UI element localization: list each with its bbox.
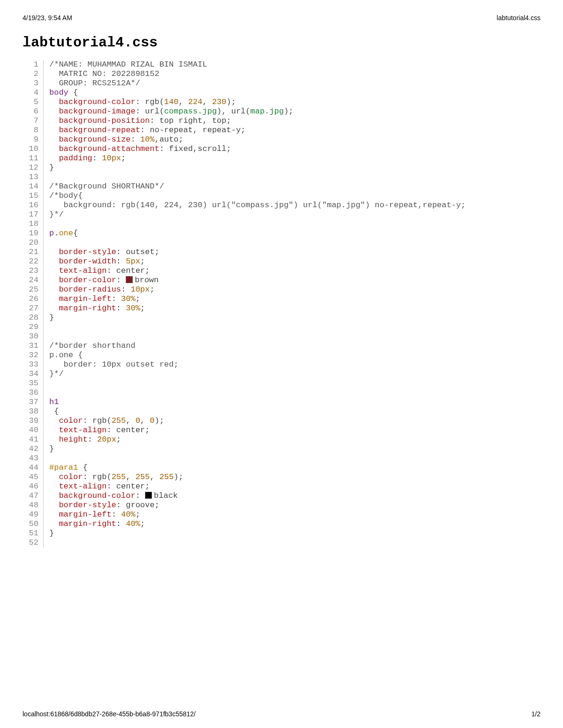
print-filename: labtutorial4.css xyxy=(497,14,540,22)
line-number: 4 xyxy=(24,88,38,98)
code-line: margin-right: 30%; xyxy=(49,304,466,313)
line-number-gutter: 1234567891011121314151617181920212223242… xyxy=(24,60,44,548)
code-line: background-size: 10%,auto; xyxy=(49,135,466,144)
code-line: background-repeat: no-repeat, repeat-y; xyxy=(49,126,466,135)
code-line: #para1 { xyxy=(49,463,466,473)
line-number: 41 xyxy=(24,435,38,444)
line-number: 14 xyxy=(24,182,38,191)
code-line: p.one { xyxy=(49,351,466,360)
code-line: { xyxy=(49,407,466,416)
line-number: 38 xyxy=(24,407,38,416)
code-line: /*NAME: MUHAMMAD RIZAL BIN ISMAIL xyxy=(49,60,466,69)
code-line xyxy=(49,219,466,229)
line-number: 26 xyxy=(24,294,38,304)
code-line: background-image: url(compass.jpg), url(… xyxy=(49,107,466,116)
code-line xyxy=(49,379,466,388)
page: 4/19/23, 9:54 AM labtutorial4.css labtut… xyxy=(0,0,563,728)
code-line: margin-left: 40%; xyxy=(49,510,466,519)
line-number: 20 xyxy=(24,238,38,248)
code-line: GROUP: RCS2512A*/ xyxy=(49,79,466,88)
code-line: /*Background SHORTHAND*/ xyxy=(49,182,466,191)
code-line: } xyxy=(49,444,466,454)
code-line: } xyxy=(49,313,466,323)
line-number: 52 xyxy=(24,538,38,548)
code-line: /*body{ xyxy=(49,191,466,201)
line-number: 46 xyxy=(24,482,38,491)
footer-url: localhost:61868/6d8bdb27-268e-455b-b6a8-… xyxy=(23,710,196,718)
code-line: height: 20px; xyxy=(49,435,466,444)
code-line: background: rgb(140, 224, 230) url("comp… xyxy=(49,201,466,210)
line-number: 40 xyxy=(24,426,38,435)
line-number: 29 xyxy=(24,323,38,332)
line-number: 11 xyxy=(24,154,38,163)
line-number: 1 xyxy=(24,60,38,69)
line-number: 50 xyxy=(24,519,38,529)
line-number: 7 xyxy=(24,116,38,126)
line-number: 43 xyxy=(24,454,38,463)
line-number: 39 xyxy=(24,416,38,426)
line-number: 36 xyxy=(24,388,38,398)
print-header: 4/19/23, 9:54 AM labtutorial4.css xyxy=(23,14,540,22)
color-swatch-icon xyxy=(126,276,133,283)
line-number: 8 xyxy=(24,126,38,135)
code-line: p.one{ xyxy=(49,229,466,238)
line-number: 27 xyxy=(24,304,38,313)
code-line: border-width: 5px; xyxy=(49,257,466,266)
print-footer: localhost:61868/6d8bdb27-268e-455b-b6a8-… xyxy=(23,710,540,718)
line-number: 51 xyxy=(24,529,38,538)
code-line: color: rgb(255, 0, 0); xyxy=(49,416,466,426)
code-line: border-color: brown xyxy=(49,276,466,285)
line-number: 31 xyxy=(24,341,38,351)
code-line: }*/ xyxy=(49,210,466,219)
code-line: border: 10px outset red; xyxy=(49,360,466,369)
code-line: text-align: center; xyxy=(49,482,466,491)
line-number: 6 xyxy=(24,107,38,116)
code-line: }*/ xyxy=(49,369,466,379)
code-line: } xyxy=(49,163,466,173)
code-content: /*NAME: MUHAMMAD RIZAL BIN ISMAIL MATRIC… xyxy=(44,60,466,548)
line-number: 44 xyxy=(24,463,38,473)
line-number: 24 xyxy=(24,276,38,285)
code-line: background-attachment: fixed,scroll; xyxy=(49,144,466,154)
line-number: 48 xyxy=(24,501,38,510)
code-line: MATRIC NO: 2022898152 xyxy=(49,69,466,79)
code-line: border-style: groove; xyxy=(49,501,466,510)
line-number: 35 xyxy=(24,379,38,388)
code-line xyxy=(49,173,466,182)
code-line: border-radius: 10px; xyxy=(49,285,466,294)
line-number: 25 xyxy=(24,285,38,294)
code-line xyxy=(49,323,466,332)
line-number: 45 xyxy=(24,473,38,482)
line-number: 12 xyxy=(24,163,38,173)
code-line: border-style: outset; xyxy=(49,248,466,257)
line-number: 5 xyxy=(24,98,38,107)
code-line: h1 xyxy=(49,398,466,407)
code-line: color: rgb(255, 255, 255); xyxy=(49,473,466,482)
code-line xyxy=(49,238,466,248)
code-line: background-color: rgb(140, 224, 230); xyxy=(49,98,466,107)
code-line: } xyxy=(49,529,466,538)
line-number: 37 xyxy=(24,398,38,407)
line-number: 16 xyxy=(24,201,38,210)
line-number: 32 xyxy=(24,351,38,360)
line-number: 3 xyxy=(24,79,38,88)
code-line: margin-right: 40%; xyxy=(49,519,466,529)
line-number: 42 xyxy=(24,444,38,454)
line-number: 23 xyxy=(24,266,38,276)
code-line: body { xyxy=(49,88,466,98)
code-line xyxy=(49,454,466,463)
code-line xyxy=(49,388,466,398)
line-number: 17 xyxy=(24,210,38,219)
print-timestamp: 4/19/23, 9:54 AM xyxy=(23,14,72,22)
line-number: 2 xyxy=(24,69,38,79)
line-number: 22 xyxy=(24,257,38,266)
line-number: 21 xyxy=(24,248,38,257)
code-line: margin-left: 30%; xyxy=(49,294,466,304)
line-number: 13 xyxy=(24,173,38,182)
color-swatch-icon xyxy=(145,492,152,499)
document-title: labtutorial4.css xyxy=(23,35,540,51)
code-line xyxy=(49,538,466,548)
line-number: 18 xyxy=(24,219,38,229)
line-number: 49 xyxy=(24,510,38,519)
line-number: 34 xyxy=(24,369,38,379)
